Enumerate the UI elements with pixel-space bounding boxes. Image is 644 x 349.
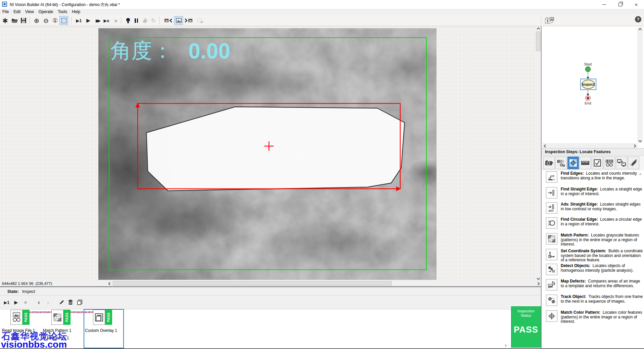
menu-help[interactable]: Help [70,9,83,15]
diagram-start-label: Start [584,62,592,66]
scroll-down-icon[interactable] [637,138,643,143]
diagram-horizontal-scrollbar[interactable] [542,143,637,148]
measure-features-icon[interactable] [580,157,591,169]
match-pattern-icon [546,233,557,245]
scroll-left-icon[interactable] [543,143,548,148]
communicate-icon[interactable] [616,157,627,169]
menu-operate[interactable]: Operate [36,9,55,15]
title-bar: NI Vision Builder AI (64-bit) - Configur… [0,0,644,9]
inspection-image[interactable]: 角度： 0.00 [98,28,436,280]
restore-icon [618,3,622,6]
run-continuous-icon[interactable]: ▶▶ [93,16,102,25]
window-title: NI Vision Builder AI (64-bit) - Configur… [10,2,120,8]
diagram-end-label: End [585,101,591,105]
svg-text:ADV: ADV [548,209,554,212]
inspection-status-panel: Inspection Status PASS [511,306,541,348]
zoom-out-icon[interactable]: ⊖ [42,16,50,25]
step-read-image-file-icon[interactable] [10,310,22,325]
inspection-status-title: Inspection Status [511,309,541,318]
scroll-up-icon[interactable] [637,27,643,32]
previous-step-icon[interactable]: ‹ [35,298,43,306]
run-state-icon[interactable]: ▶ [12,298,20,306]
highlight-bulb-icon[interactable] [124,16,132,25]
copy-step-icon[interactable] [76,298,84,306]
minimize-button[interactable] [599,0,609,9]
zoom-to-fit-icon[interactable] [59,16,68,25]
current-image-icon[interactable] [174,16,183,25]
read-image-file-glyph [12,312,21,323]
step-custom-overlay-icon[interactable] [93,310,105,325]
strip-scroll-right-icon[interactable] [505,344,507,347]
stop-icon[interactable]: ■ [111,16,120,25]
scroll-right-icon[interactable] [632,143,637,148]
state-bar: State: Inspect [0,287,541,296]
pan-hand-icon[interactable] [141,16,149,25]
zoom-1to1-icon[interactable]: ① [51,16,59,25]
menu-tools[interactable]: Tools [55,9,70,15]
detect-objects-icon [546,264,557,275]
match-color-pattern-icon [546,310,557,322]
run-state-once-icon[interactable]: ▶1 [3,298,11,306]
inspection-steps-header: Inspection Steps: Locate Features [542,148,644,156]
new-icon[interactable]: ∗ [1,16,9,25]
menu-file[interactable]: File [0,9,11,15]
run-icon[interactable]: ▶ [84,16,93,25]
previous-image-icon[interactable] [163,16,173,25]
stop-state-icon[interactable]: ■ [21,298,30,306]
list-scroll-up-icon[interactable] [639,173,642,175]
viewer-horizontal-scrollbar[interactable] [107,281,541,286]
angle-value: 0.00 [188,39,230,63]
zoom-in-icon[interactable]: ⊕ [32,16,41,25]
scroll-down-icon[interactable] [536,276,541,280]
scrollbar-thumb[interactable] [113,281,392,286]
delete-step-icon[interactable] [66,298,75,306]
angle-label: 角度： [110,38,173,63]
step-status-badge: PASS [22,310,30,325]
find-straight-edge-icon [546,187,557,199]
state-tools-row: ▶1 ▶ ■ ‹ › Display Result Image for this… [0,296,541,309]
scroll-right-icon[interactable] [535,281,541,286]
step-match-pattern-icon[interactable] [51,310,63,325]
acquire-images-icon[interactable] [543,157,555,169]
scroll-up-icon[interactable] [536,27,541,31]
run-until-fail-icon[interactable]: ▶x [102,16,111,25]
edit-step-icon[interactable] [58,298,66,306]
next-step-icon[interactable]: › [44,298,52,306]
image-info-text: 644x482 1.56X 96 (235,477) [2,281,52,286]
vision-builder-window: NI Vision Builder AI (64-bit) - Configur… [0,0,644,349]
menu-edit[interactable]: Edit [11,9,23,15]
scroll-left-icon[interactable] [107,281,112,286]
state-value[interactable]: Inspect [22,289,35,294]
menu-view[interactable]: View [23,9,36,15]
close-button[interactable]: × [631,0,641,9]
menu-bar: File Edit View Operate Tools Help [0,9,644,15]
adv-straight-edge-icon: ADV [546,202,557,214]
pause-icon[interactable] [132,16,141,25]
help-icon[interactable]: ? [635,16,641,23]
match-pattern-glyph [53,313,62,322]
right-panel: Start Inspect End [541,26,644,349]
viewer-vertical-scrollbar[interactable] [536,26,541,281]
snapshot-image-icon[interactable] [196,16,204,25]
enhance-images-icon[interactable] [555,157,567,169]
diagram-start-node[interactable] [586,67,591,72]
scrollbar-thumb[interactable] [536,32,541,51]
diagram-vertical-scrollbar[interactable] [637,27,643,143]
refresh-icon[interactable]: ↻ [149,16,158,25]
identify-parts-icon[interactable] [604,157,615,169]
state-label: State: [7,289,18,294]
run-once-icon[interactable]: ▶1 [75,16,83,25]
watermark-line2: visionbbs.com [1,339,67,349]
toggle-state-diagram-icon[interactable] [544,16,555,25]
open-folder-icon[interactable] [10,16,19,25]
restore-button[interactable] [615,0,625,9]
save-icon[interactable] [19,16,28,25]
locate-features-icon[interactable] [567,157,579,169]
state-diagram-area[interactable]: Start Inspect End [542,26,644,143]
next-image-icon[interactable] [184,16,194,25]
additional-tools-icon[interactable] [628,157,639,169]
step-label[interactable]: Custom Overlay 1 [85,328,117,333]
state-steps-strip: PASS Read Image File 1 PASS Match Patter… [0,309,541,349]
check-presence-icon[interactable] [592,157,603,169]
step-status-badge: PASS [63,310,71,325]
